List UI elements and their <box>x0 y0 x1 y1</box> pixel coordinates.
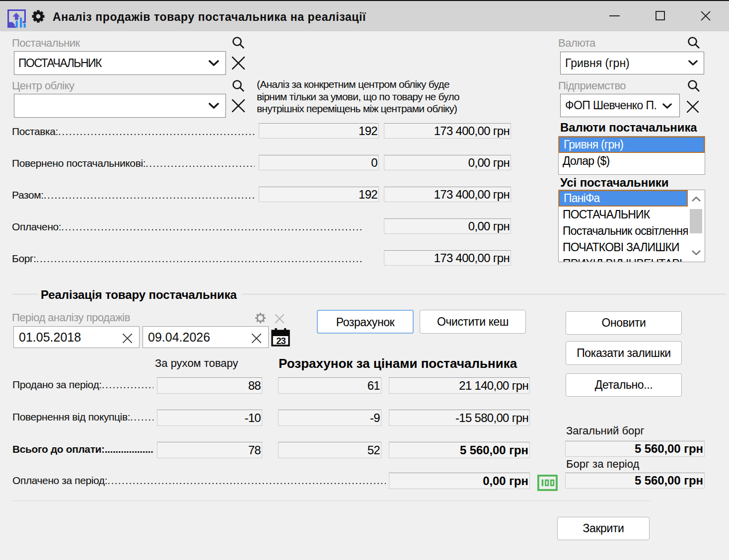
svg-text:23: 23 <box>276 336 286 346</box>
